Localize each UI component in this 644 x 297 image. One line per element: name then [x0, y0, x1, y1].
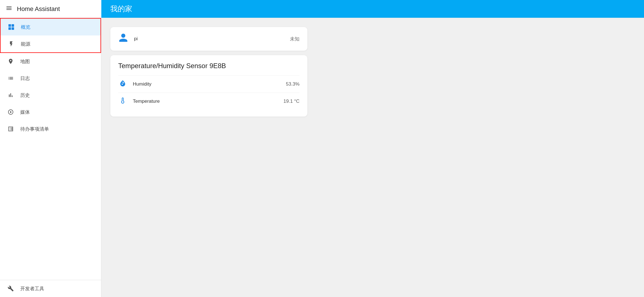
- sidebar-item-history[interactable]: 历史: [0, 87, 101, 104]
- sidebar-item-developer[interactable]: 开发者工具: [0, 280, 101, 297]
- main-header: 我的家: [101, 0, 644, 18]
- humidity-icon: [118, 80, 127, 89]
- sidebar-item-todo-label: 待办事项清单: [20, 126, 49, 132]
- wrench-icon: [7, 285, 15, 292]
- nav-outlined-group: 概览 能源: [0, 18, 101, 53]
- sidebar-item-developer-label: 开发者工具: [20, 285, 44, 292]
- humidity-row: Humidity 53.3%: [118, 75, 299, 93]
- humidity-value: 53.3%: [286, 81, 299, 87]
- main-content: pi 未知 Temperature/Humidity Sensor 9E8B H…: [101, 18, 644, 297]
- app-title: Home Assistant: [17, 5, 60, 13]
- sidebar-item-map[interactable]: 地图: [0, 53, 101, 70]
- sidebar-item-map-label: 地图: [20, 58, 30, 65]
- sidebar-item-log-label: 日志: [20, 75, 30, 82]
- bar-chart-icon: [7, 91, 15, 99]
- sidebar-item-overview-label: 概览: [21, 24, 30, 30]
- sensor-card: Temperature/Humidity Sensor 9E8B Humidit…: [110, 55, 307, 117]
- sidebar-item-media[interactable]: 媒体: [0, 104, 101, 120]
- hamburger-icon[interactable]: [6, 5, 12, 13]
- user-status: 未知: [290, 36, 299, 42]
- sidebar-header: Home Assistant: [0, 0, 101, 18]
- humidity-label: Humidity: [133, 81, 280, 87]
- grid-icon: [7, 23, 15, 31]
- sidebar-item-todo[interactable]: 待办事项清单: [0, 120, 101, 137]
- sidebar-item-energy[interactable]: 能源: [1, 35, 100, 52]
- sidebar: 概览 能源 地图: [0, 18, 101, 297]
- page-title: 我的家: [110, 4, 132, 14]
- checklist-icon: [7, 125, 15, 133]
- play-circle-icon: [7, 108, 15, 116]
- user-card: pi 未知: [110, 27, 307, 51]
- sidebar-item-log[interactable]: 日志: [0, 70, 101, 87]
- thermometer-icon: [118, 97, 127, 106]
- sidebar-item-media-label: 媒体: [20, 109, 30, 115]
- user-name: pi: [134, 36, 284, 42]
- temperature-label: Temperature: [133, 99, 278, 104]
- list-icon: [7, 74, 15, 82]
- bolt-icon: [7, 40, 15, 48]
- sidebar-item-overview[interactable]: 概览: [1, 19, 100, 35]
- sensor-card-title: Temperature/Humidity Sensor 9E8B: [118, 62, 299, 70]
- person-pin-icon: [7, 57, 15, 65]
- temperature-value: 19.1 °C: [283, 99, 299, 104]
- temperature-row: Temperature 19.1 °C: [118, 93, 299, 110]
- sidebar-item-history-label: 历史: [20, 92, 30, 99]
- user-avatar-icon: [118, 33, 128, 45]
- sidebar-item-energy-label: 能源: [21, 41, 30, 47]
